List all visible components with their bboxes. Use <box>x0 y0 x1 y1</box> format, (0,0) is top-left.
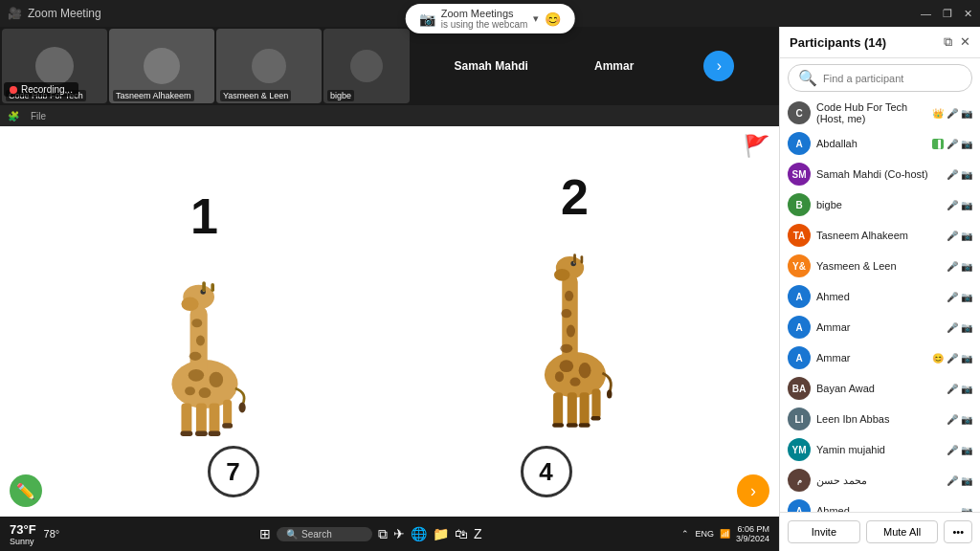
temperature: 73°F <box>10 522 36 537</box>
video-muted-icon: 📷 <box>961 292 972 302</box>
list-item: A Ahmed 📷 <box>780 496 980 512</box>
participant-search-input[interactable] <box>823 73 962 84</box>
invite-button[interactable]: Invite <box>788 520 860 543</box>
taskbar-search[interactable]: 🔍 Search <box>277 527 372 541</box>
telegram-icon[interactable]: ✈ <box>393 526 405 541</box>
participant-name: Leen Ibn Abbas <box>816 413 941 425</box>
minimize-button[interactable]: — <box>921 8 931 20</box>
video-muted-icon: 📷 <box>961 322 972 333</box>
search-icon: 🔍 <box>286 529 298 540</box>
svg-point-37 <box>578 363 590 379</box>
participants-panel: Participants (14) ⧉ ✕ 🔍 C Code Hub For T… <box>779 27 980 551</box>
giraffe-number-2: 2 <box>561 172 589 222</box>
list-item: م محمد حسن 🎤 📷 <box>780 465 980 496</box>
taskview-icon[interactable]: ⧉ <box>378 526 388 542</box>
avatar: TA <box>788 224 811 247</box>
store-icon[interactable]: 🛍 <box>455 526 468 541</box>
list-item: Y& Yasmeen & Leen 🎤 📷 <box>780 251 980 281</box>
thumb-name-bigbe: bigbe <box>327 90 354 101</box>
close-button[interactable]: ✕ <box>964 8 972 20</box>
participant-search-box[interactable]: 🔍 <box>788 64 972 92</box>
more-options-button[interactable]: ••• <box>944 520 972 543</box>
mic-icon: 🎤 <box>947 108 958 119</box>
video-thumb-bigbe[interactable]: bigbe <box>323 29 410 103</box>
mic-muted-icon: 🎤 <box>947 322 958 333</box>
participant-name: Code Hub For Tech (Host, me) <box>816 101 926 124</box>
avatar: B <box>788 193 811 216</box>
next-participant-button[interactable]: › <box>703 51 734 81</box>
giraffes-row: 1 <box>19 136 760 436</box>
svg-point-3 <box>181 298 198 312</box>
chevron-down-icon[interactable]: ▾ <box>533 12 539 25</box>
avatar: A <box>788 285 811 308</box>
mic-muted-icon: 🎤 <box>947 292 958 302</box>
list-item: TA Tasneem Alhakeem 🎤 📷 <box>780 220 980 251</box>
participant-name: Bayan Awad <box>816 383 941 394</box>
active-icon: ▐ <box>932 139 944 149</box>
zoom-notification: 📷 Zoom Meetings is using the webcam ▾ 😊 <box>406 4 575 33</box>
screen-toolbar: 🧩 File <box>0 105 779 126</box>
mic-icon: 🎤 <box>947 231 958 241</box>
participant-controls: 👑 🎤 📷 <box>932 108 972 119</box>
video-thumb-tasneem[interactable]: Tasneem Alhakeem <box>109 29 214 103</box>
avatar: A <box>788 132 811 155</box>
svg-rect-22 <box>222 423 233 428</box>
video-icon: 📷 <box>961 261 972 272</box>
mute-all-button[interactable]: Mute All <box>866 520 939 543</box>
participant-name: Yamin mujahid <box>816 444 941 455</box>
svg-rect-43 <box>591 389 600 419</box>
popout-icon[interactable]: ⧉ <box>944 34 952 50</box>
maximize-button[interactable]: ❐ <box>943 8 952 20</box>
video-thumb-yasmeen[interactable]: Yasmeen & Leen <box>216 29 322 103</box>
giraffe-svg-1 <box>143 245 267 436</box>
mic-muted-icon: 🎤 <box>947 445 958 455</box>
active-speaker-right: Ammar <box>594 59 634 73</box>
list-item: BA Bayan Awad 🎤 📷 <box>780 373 980 404</box>
presentation-content: 1 <box>0 126 779 517</box>
toolbar-puzzle-icon: 🧩 <box>8 111 19 121</box>
mic-muted-icon: 🎤 <box>947 139 958 149</box>
svg-point-12 <box>209 372 223 387</box>
giraffe-item-1: 1 <box>143 191 267 436</box>
lang-label: ENG <box>695 529 714 539</box>
next-slide-button[interactable]: › <box>737 474 769 507</box>
svg-point-34 <box>566 325 574 338</box>
active-speaker-left: Samah Mahdi <box>455 59 528 73</box>
participant-name: Ammar <box>816 321 941 333</box>
list-item: B bigbe 🎤 📷 <box>780 189 980 220</box>
giraffe-svg-2 <box>513 226 637 436</box>
close-panel-icon[interactable]: ✕ <box>960 34 970 50</box>
thumb-name-yasmeen: Yasmeen & Leen <box>220 90 291 101</box>
avatar: YM <box>788 438 811 461</box>
avatar: A <box>788 316 811 339</box>
panel-header: Participants (14) ⧉ ✕ <box>780 27 980 58</box>
circled-number-7: 7 <box>208 446 259 497</box>
edge-icon[interactable]: 🌐 <box>411 526 427 541</box>
participant-controls: 🎤 📷 <box>947 445 972 455</box>
mic-muted-icon: 🎤 <box>947 475 958 486</box>
svg-rect-25 <box>562 274 578 374</box>
weather-condition: Sunny <box>10 537 36 546</box>
participant-name: Ahmed <box>816 291 941 302</box>
title-bar-icon: 🎥 <box>8 7 22 20</box>
file-menu[interactable]: File <box>31 111 46 121</box>
circled-number-4: 4 <box>521 446 572 497</box>
svg-point-14 <box>185 386 195 395</box>
participant-controls: 🎤 📷 <box>947 475 972 486</box>
svg-point-39 <box>554 371 563 382</box>
time-display: 6:06 PM 3/9/2024 <box>736 524 769 543</box>
avatar: SM <box>788 163 811 186</box>
video-muted-icon: 📷 <box>961 445 972 455</box>
video-muted-icon: 📷 <box>961 475 972 486</box>
mic-muted-icon: 🎤 <box>947 384 958 394</box>
participant-name: bigbe <box>816 199 941 210</box>
zoom-icon[interactable]: Z <box>474 526 482 541</box>
explorer-icon[interactable]: 📁 <box>433 526 449 541</box>
tray-icons: ⌃ <box>681 529 689 539</box>
windows-icon[interactable]: ⊞ <box>259 526 271 541</box>
video-icon: 📷 <box>961 169 972 180</box>
notify-sub: is using the webcam <box>441 19 528 30</box>
list-item: C Code Hub For Tech (Host, me) 👑 🎤 📷 <box>780 98 980 128</box>
pencil-icon[interactable]: ✏️ <box>10 474 42 507</box>
current-date: 3/9/2024 <box>736 534 769 543</box>
